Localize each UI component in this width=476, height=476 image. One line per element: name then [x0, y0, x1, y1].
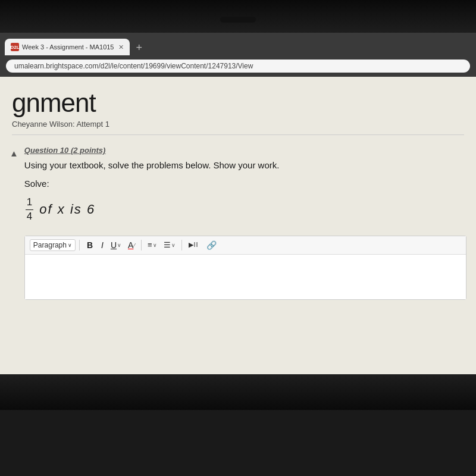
bezel-bottom — [0, 374, 476, 410]
toolbar-separator-3 — [181, 240, 182, 250]
attempt-info: Cheyanne Wilson: Attempt 1 — [12, 120, 464, 134]
underline-arrow-icon: ∨ — [117, 242, 121, 248]
question-inner: Question 10 (2 points) Using your textbo… — [24, 142, 476, 309]
tab-bar: D2L Week 3 - Assignment - MA1015 ✕ + — [0, 33, 476, 55]
tab-favicon: D2L — [11, 43, 19, 51]
math-expression: 1 4 of x is 6 — [26, 196, 466, 223]
page-title: gnment — [12, 89, 464, 117]
bold-button[interactable]: B — [83, 239, 96, 251]
page-header: gnment Cheyanne Wilson: Attempt 1 — [0, 77, 476, 140]
align-arrow-icon: ∨ — [153, 242, 157, 248]
list-icon: ☰ — [164, 240, 171, 249]
solve-label: Solve: — [24, 178, 466, 189]
editor-area: Paragraph ∨ B I U ∨ — [24, 236, 466, 300]
math-expression-text: of x is 6 — [39, 202, 95, 217]
font-color-arrow-icon: ∕ — [134, 242, 135, 248]
font-color-button-group[interactable]: A ∕ — [126, 239, 137, 251]
new-tab-button[interactable]: + — [130, 42, 148, 54]
toolbar-separator-2 — [141, 240, 142, 250]
list-arrow-icon: ∨ — [171, 242, 176, 248]
link-button[interactable]: 🔗 — [203, 239, 220, 251]
browser-tab-active[interactable]: D2L Week 3 - Assignment - MA1015 ✕ — [5, 39, 130, 55]
question-wrapper: ▲ Question 10 (2 points) Using your text… — [0, 142, 476, 309]
address-bar-row: umalearn.brightspace.com/d2l/le/content/… — [0, 55, 476, 77]
instruction-text: Using your textbook, solve the problems … — [24, 158, 466, 173]
tab-close-icon[interactable]: ✕ — [118, 43, 124, 51]
paragraph-dropdown[interactable]: Paragraph ∨ — [30, 239, 76, 251]
align-button-group[interactable]: ≡ ∨ — [145, 239, 159, 250]
media-button[interactable]: ▶II — [186, 240, 202, 250]
question-section: ▲ Question 10 (2 points) Using your text… — [0, 140, 476, 309]
italic-button[interactable]: I — [98, 239, 107, 251]
underline-button-group[interactable]: U ∨ — [108, 239, 124, 251]
question-arrow-icon: ▲ — [0, 142, 24, 158]
editor-toolbar: Paragraph ∨ B I U ∨ — [25, 236, 466, 255]
fraction: 1 4 — [26, 196, 33, 223]
question-header: Question 10 (2 points) — [24, 142, 466, 158]
font-color-label: A — [128, 240, 133, 250]
bezel-top — [0, 0, 476, 33]
align-icon: ≡ — [148, 240, 152, 249]
tab-title: Week 3 - Assignment - MA1015 — [22, 43, 114, 51]
browser-chrome: D2L Week 3 - Assignment - MA1015 ✕ + uma… — [0, 33, 476, 77]
fraction-numerator: 1 — [26, 196, 33, 210]
dropdown-arrow-icon: ∨ — [68, 242, 72, 248]
camera-notch — [220, 17, 256, 23]
list-button-group[interactable]: ☰ ∨ — [161, 239, 178, 250]
underline-label: U — [111, 240, 117, 250]
editor-body[interactable] — [25, 255, 466, 299]
page-content: gnment Cheyanne Wilson: Attempt 1 ▲ Ques… — [0, 77, 476, 374]
toolbar-separator-1 — [79, 240, 80, 250]
fraction-denominator: 4 — [26, 210, 33, 223]
address-bar[interactable]: umalearn.brightspace.com/d2l/le/content/… — [6, 60, 470, 73]
